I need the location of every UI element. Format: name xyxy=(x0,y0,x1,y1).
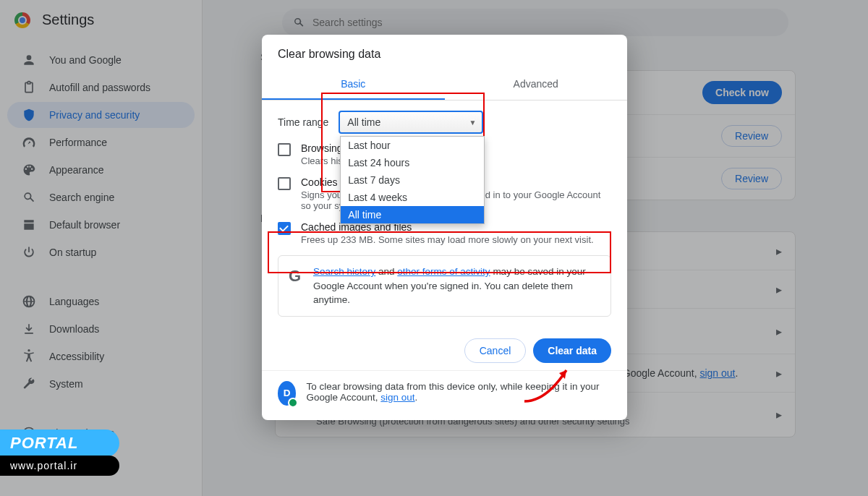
chevron-down-icon: ▼ xyxy=(469,119,476,127)
dropdown-option[interactable]: Last 4 weeks xyxy=(341,189,484,206)
google-logo-icon: G xyxy=(289,265,303,307)
checkbox-cache[interactable] xyxy=(278,222,291,235)
watermark-url: www.portal.ir xyxy=(0,456,119,476)
clear-browsing-data-dialog: Clear browsing data Basic Advanced Time … xyxy=(262,35,627,420)
profile-avatar: D xyxy=(278,381,296,406)
other-activity-link[interactable]: other forms of activity xyxy=(397,266,490,277)
option-cached-images[interactable]: Cached images and files Frees up 233 MB.… xyxy=(278,221,611,245)
cancel-button[interactable]: Cancel xyxy=(464,338,527,363)
watermark-brand: PORTAL xyxy=(0,429,119,457)
tab-advanced[interactable]: Advanced xyxy=(445,71,628,100)
watermark: PORTAL www.portal.ir xyxy=(0,429,119,476)
dropdown-option[interactable]: Last 24 hours xyxy=(341,154,484,171)
tab-basic[interactable]: Basic xyxy=(262,71,445,100)
search-history-link[interactable]: Search history xyxy=(313,266,375,277)
clear-data-button[interactable]: Clear data xyxy=(533,338,611,363)
time-range-label: Time range xyxy=(278,116,328,128)
dialog-title: Clear browsing data xyxy=(262,35,627,71)
google-info-box: G Search history and other forms of acti… xyxy=(278,255,611,317)
dropdown-option-selected[interactable]: All time xyxy=(341,206,484,223)
dropdown-option[interactable]: Last hour xyxy=(341,137,484,154)
checkbox-cookies[interactable] xyxy=(278,177,291,190)
sync-badge-icon xyxy=(288,398,298,408)
time-range-select[interactable]: All time ▼ Last hour Last 24 hours Last … xyxy=(339,111,483,134)
time-range-value: All time xyxy=(347,116,380,128)
sign-out-link[interactable]: sign out xyxy=(380,392,414,403)
dialog-footer-note: D To clear browsing data from this devic… xyxy=(262,370,627,409)
time-range-dropdown: Last hour Last 24 hours Last 7 days Last… xyxy=(340,136,485,224)
checkbox-history[interactable] xyxy=(278,143,291,156)
dropdown-option[interactable]: Last 7 days xyxy=(341,171,484,189)
